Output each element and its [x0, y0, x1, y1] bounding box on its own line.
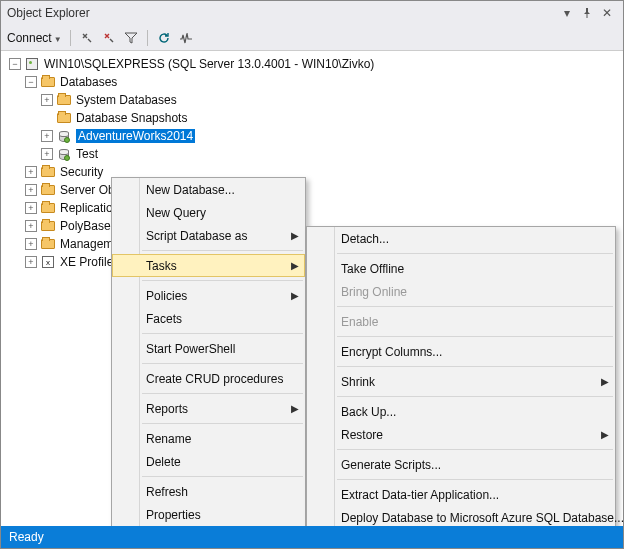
pin-icon[interactable]: [577, 4, 597, 22]
menu-separator: [142, 333, 303, 334]
submenu-arrow-icon: ▶: [601, 429, 609, 440]
databases-node[interactable]: −Databases: [3, 73, 621, 91]
disconnect-icon[interactable]: [101, 30, 117, 46]
database-icon: [56, 147, 72, 161]
menu-detach[interactable]: Detach...: [307, 227, 615, 250]
menu-new-query[interactable]: New Query: [112, 201, 305, 224]
node-label: Test: [76, 147, 98, 161]
collapse-icon[interactable]: −: [25, 76, 37, 88]
panel-title: Object Explorer: [7, 6, 557, 20]
folder-icon: [40, 219, 56, 233]
node-label: AdventureWorks2014: [76, 129, 195, 143]
menu-generate-scripts[interactable]: Generate Scripts...: [307, 453, 615, 476]
submenu-arrow-icon: ▶: [291, 290, 299, 301]
submenu-arrow-icon: ▶: [291, 260, 299, 271]
database-icon: [56, 129, 72, 143]
expand-icon[interactable]: +: [25, 238, 37, 250]
folder-icon: [56, 111, 72, 125]
menu-create-crud[interactable]: Create CRUD procedures: [112, 367, 305, 390]
menu-separator: [142, 363, 303, 364]
menu-separator: [142, 250, 303, 251]
server-node[interactable]: −WIN10\SQLEXPRESS (SQL Server 13.0.4001 …: [3, 55, 621, 73]
expand-icon[interactable]: +: [25, 202, 37, 214]
expand-icon[interactable]: +: [41, 94, 53, 106]
menu-take-offline[interactable]: Take Offline: [307, 257, 615, 280]
dropdown-position-icon[interactable]: ▾: [557, 4, 577, 22]
folder-icon: [40, 237, 56, 251]
menu-separator: [142, 393, 303, 394]
menu-tasks[interactable]: Tasks▶: [112, 254, 305, 277]
menu-extract-data-tier[interactable]: Extract Data-tier Application...: [307, 483, 615, 506]
menu-rename[interactable]: Rename: [112, 427, 305, 450]
menu-separator: [142, 423, 303, 424]
submenu-arrow-icon: ▶: [601, 376, 609, 387]
node-label: Server Ob: [60, 183, 115, 197]
menu-enable: Enable: [307, 310, 615, 333]
menu-separator: [337, 336, 613, 337]
menu-new-database[interactable]: New Database...: [112, 178, 305, 201]
server-objects-node[interactable]: +Server Ob: [3, 181, 621, 199]
menu-restore[interactable]: Restore▶: [307, 423, 615, 446]
node-label: System Databases: [76, 93, 177, 107]
collapse-icon[interactable]: −: [9, 58, 21, 70]
expand-icon[interactable]: +: [41, 130, 53, 142]
menu-encrypt-columns[interactable]: Encrypt Columns...: [307, 340, 615, 363]
toolbar: Connect▼: [1, 25, 623, 51]
menu-shrink[interactable]: Shrink▶: [307, 370, 615, 393]
folder-icon: [40, 201, 56, 215]
expand-icon[interactable]: +: [25, 256, 37, 268]
menu-back-up[interactable]: Back Up...: [307, 400, 615, 423]
menu-separator: [337, 366, 613, 367]
menu-separator: [337, 449, 613, 450]
menu-facets[interactable]: Facets: [112, 307, 305, 330]
menu-bring-online: Bring Online: [307, 280, 615, 303]
expand-icon[interactable]: +: [25, 220, 37, 232]
menu-refresh[interactable]: Refresh: [112, 480, 305, 503]
expand-icon[interactable]: +: [25, 166, 37, 178]
node-label: Database Snapshots: [76, 111, 187, 125]
folder-icon: [56, 93, 72, 107]
menu-script-database-as[interactable]: Script Database as▶: [112, 224, 305, 247]
context-menu: New Database... New Query Script Databas…: [111, 177, 306, 526]
node-label: Security: [60, 165, 103, 179]
close-icon[interactable]: ✕: [597, 4, 617, 22]
menu-delete[interactable]: Delete: [112, 450, 305, 473]
node-label: WIN10\SQLEXPRESS (SQL Server 13.0.4001 -…: [44, 57, 374, 71]
menu-policies[interactable]: Policies▶: [112, 284, 305, 307]
replication-node[interactable]: +Replicatio: [3, 199, 621, 217]
refresh-icon[interactable]: [156, 30, 172, 46]
adventureworks-node[interactable]: +AdventureWorks2014: [3, 127, 621, 145]
menu-separator: [337, 306, 613, 307]
separator: [70, 30, 71, 46]
snapshots-node[interactable]: Database Snapshots: [3, 109, 621, 127]
connect-icon[interactable]: [79, 30, 95, 46]
status-text: Ready: [9, 530, 44, 544]
tree-body: −WIN10\SQLEXPRESS (SQL Server 13.0.4001 …: [1, 51, 623, 526]
activity-icon[interactable]: [178, 30, 194, 46]
menu-start-powershell[interactable]: Start PowerShell: [112, 337, 305, 360]
expand-icon[interactable]: +: [41, 148, 53, 160]
submenu-arrow-icon: ▶: [291, 230, 299, 241]
menu-separator: [337, 253, 613, 254]
expand-icon[interactable]: +: [25, 184, 37, 196]
filter-icon[interactable]: [123, 30, 139, 46]
menu-separator: [142, 476, 303, 477]
folder-icon: [40, 183, 56, 197]
node-label: Replicatio: [60, 201, 113, 215]
menu-separator: [337, 396, 613, 397]
node-label: XE Profile: [60, 255, 113, 269]
submenu-arrow-icon: ▶: [291, 403, 299, 414]
node-label: Managem: [60, 237, 113, 251]
object-explorer-window: Object Explorer ▾ ✕ Connect▼ −WIN10\SQLE…: [0, 0, 624, 549]
connect-button[interactable]: Connect▼: [7, 31, 62, 45]
security-node[interactable]: +Security: [3, 163, 621, 181]
menu-separator: [337, 479, 613, 480]
node-label: PolyBase: [60, 219, 111, 233]
menu-properties[interactable]: Properties: [112, 503, 305, 526]
system-databases-node[interactable]: +System Databases: [3, 91, 621, 109]
menu-deploy-azure[interactable]: Deploy Database to Microsoft Azure SQL D…: [307, 506, 615, 526]
test-db-node[interactable]: +Test: [3, 145, 621, 163]
menu-reports[interactable]: Reports▶: [112, 397, 305, 420]
menu-separator: [142, 280, 303, 281]
node-label: Databases: [60, 75, 117, 89]
